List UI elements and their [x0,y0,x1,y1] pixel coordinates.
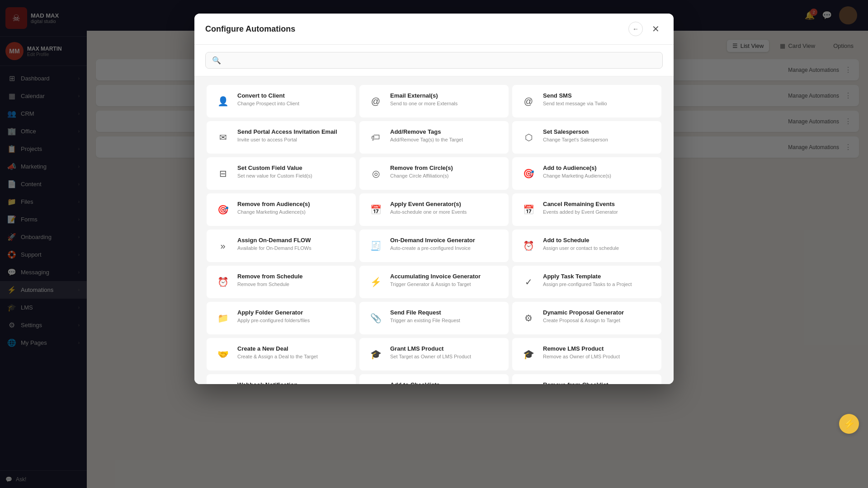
automation-card-grant_lms_product[interactable]: 🎓 Grant LMS Product Set Target as Owner … [359,338,509,371]
card-desc: Change Marketing Audience(s) [237,209,310,216]
card-title: Convert to Client [237,92,299,99]
card-title: Remove LMS Product [543,345,620,352]
automation-card-cancel_remaining_events[interactable]: 📅 Cancel Remaining Events Events added b… [512,193,661,226]
search-icon: 🔍 [212,56,221,65]
automation-card-send_sms[interactable]: @ Send SMS Send text message via Twilio [512,85,661,117]
automation-card-remove_from_checklist[interactable]: ☑ Remove from Checklist Remove Target fr… [512,374,661,384]
card-icon: ☑ [367,381,385,384]
automation-card-remove_from_audiences[interactable]: 🎯 Remove from Audience(s) Change Marketi… [207,193,356,226]
automation-card-set_salesperson[interactable]: ⬡ Set Salesperson Change Target's Salesp… [512,121,661,154]
card-icon: 🎯 [519,164,538,183]
card-desc: Change Marketing Audience(s) [543,173,611,179]
card-title: Apply Event Generator(s) [390,201,467,207]
card-icon: ⊟ [214,164,232,183]
card-title: Remove from Checklist [543,381,609,384]
card-title: Add to Audience(s) [543,164,611,171]
card-title: Apply Task Template [543,273,632,280]
card-title: Remove from Circle(s) [390,164,453,171]
card-title: Remove from Audience(s) [237,201,310,207]
card-title: Apply Folder Generator [237,309,310,316]
automation-card-send_file_request[interactable]: 📎 Send File Request Trigger an existing … [359,302,509,334]
automation-card-set_custom_field[interactable]: ⊟ Set Custom Field Value Set new value f… [207,157,356,190]
card-icon: ⚡ [367,273,385,291]
automation-card-accumulating_invoice[interactable]: ⚡ Accumulating Invoice Generator Trigger… [359,266,509,298]
card-icon: ✓ [519,273,538,291]
automation-card-apply_task_template[interactable]: ✓ Apply Task Template Assign pre-configu… [512,266,661,298]
automation-card-remove_from_schedule[interactable]: ⏰ Remove from Schedule Remove from Sched… [207,266,356,298]
automation-card-email_externals[interactable]: @ Email External(s) Send to one or more … [359,85,509,117]
close-button[interactable]: ✕ [648,22,663,36]
automation-card-add_remove_tags[interactable]: 🏷 Add/Remove Tags Add/Remove Tag(s) to t… [359,121,509,154]
card-desc: Set new value for Custom Field(s) [237,173,312,179]
automation-card-remove_lms_product[interactable]: 🎓 Remove LMS Product Remove as Owner of … [512,338,661,371]
card-desc: Create Proposal & Assign to Target [543,317,624,324]
card-desc: Trigger Generator & Assign to Target [390,281,481,288]
card-desc: Assign pre-configured Tasks to a Project [543,281,632,288]
modal-header: Configure Automations ← ✕ [194,14,674,45]
card-desc: Invite user to access Portal [237,136,337,143]
automation-card-add_to_checklists[interactable]: ☑ Add to Checklists Assign Target to Che… [359,374,509,384]
card-desc: Send to one or more Externals [390,100,458,107]
card-desc: Create & Assign a Deal to the Target [237,353,318,360]
card-title: Grant LMS Product [390,345,471,352]
card-icon: 📅 [519,201,538,219]
card-icon: 📅 [367,201,385,219]
card-desc: Send text message via Twilio [543,100,607,107]
search-input[interactable] [226,57,656,64]
card-title: On-Demand Invoice Generator [390,237,475,244]
card-desc: Set Target as Owner of LMS Product [390,353,471,360]
card-title: Email External(s) [390,92,458,99]
automation-card-dynamic_proposal_generator[interactable]: ⚙ Dynamic Proposal Generator Create Prop… [512,302,661,334]
search-container: 🔍 [194,45,674,76]
card-icon: ⬡ [519,128,538,146]
automations-grid: 👤 Convert to Client Change Prospect into… [194,76,674,384]
card-icon: 🎓 [367,345,385,363]
automation-card-webhook_notification[interactable]: ↻ Webhook Notification Fire a webhook to… [207,374,356,384]
automation-card-add_to_audiences[interactable]: 🎯 Add to Audience(s) Change Marketing Au… [512,157,661,190]
card-title: Add/Remove Tags [390,128,463,135]
card-icon: » [214,237,232,255]
card-title: Send File Request [390,309,460,316]
card-title: Add to Checklists [390,381,447,384]
card-icon: 🤝 [214,345,232,363]
automation-card-remove_from_circle[interactable]: ◎ Remove from Circle(s) Change Circle Af… [359,157,509,190]
automation-card-apply_event_generator[interactable]: 📅 Apply Event Generator(s) Auto-schedule… [359,193,509,226]
lightning-button[interactable]: ⚡ [839,414,859,434]
card-title: Webhook Notification [237,381,308,384]
card-desc: Trigger an existing File Request [390,317,460,324]
card-icon: ⏰ [214,273,232,291]
card-title: Add to Schedule [543,237,619,244]
automation-card-convert_to_client[interactable]: 👤 Convert to Client Change Prospect into… [207,85,356,117]
card-title: Assign On-Demand FLOW [237,237,311,244]
card-title: Set Custom Field Value [237,164,312,171]
card-desc: Change Prospect into Client [237,100,299,107]
automation-card-create_new_deal[interactable]: 🤝 Create a New Deal Create & Assign a De… [207,338,356,371]
card-title: Send SMS [543,92,607,99]
card-icon: ⏰ [519,237,538,255]
card-desc: Remove from Schedule [237,281,303,288]
card-icon: 🧾 [367,237,385,255]
automation-card-send_portal_access[interactable]: ✉ Send Portal Access Invitation Email In… [207,121,356,154]
automation-card-apply_folder_generator[interactable]: 📁 Apply Folder Generator Apply pre-confi… [207,302,356,334]
card-desc: Auto-schedule one or more Events [390,209,467,216]
card-title: Accumulating Invoice Generator [390,273,481,280]
back-button[interactable]: ← [628,22,643,36]
card-title: Create a New Deal [237,345,318,352]
card-icon: 🎯 [214,201,232,219]
automation-card-assign_on_demand_flow[interactable]: » Assign On-Demand FLOW Available for On… [207,230,356,262]
card-desc: Available for On-Demand FLOWs [237,245,311,252]
card-desc: Add/Remove Tag(s) to the Target [390,136,463,143]
card-icon: 🏷 [367,128,385,146]
modal-overlay: Configure Automations ← ✕ 🔍 👤 Convert to… [0,0,868,488]
card-desc: Change Circle Affiliation(s) [390,173,453,179]
modal-title: Configure Automations [205,24,295,34]
card-icon: 👤 [214,92,232,110]
card-icon: ✉ [214,128,232,146]
card-desc: Change Target's Salesperson [543,136,608,143]
card-desc: Remove as Owner of LMS Product [543,353,620,360]
configure-automations-modal: Configure Automations ← ✕ 🔍 👤 Convert to… [194,14,674,384]
automation-card-on_demand_invoice[interactable]: 🧾 On-Demand Invoice Generator Auto-creat… [359,230,509,262]
modal-header-actions: ← ✕ [628,22,663,36]
automation-card-add_to_schedule[interactable]: ⏰ Add to Schedule Assign user or contact… [512,230,661,262]
card-icon: ◎ [367,164,385,183]
